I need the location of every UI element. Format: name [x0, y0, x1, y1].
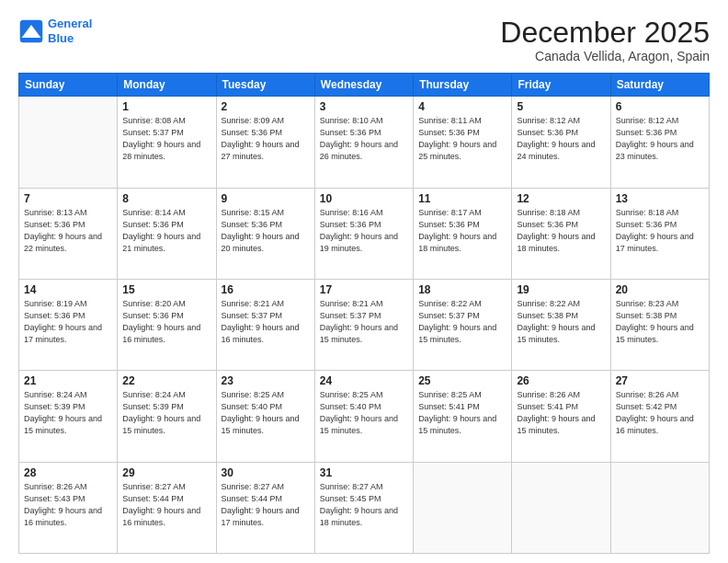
day-info: Sunrise: 8:22 AM Sunset: 5:38 PM Dayligh…: [517, 298, 605, 346]
day-number: 29: [122, 466, 210, 479]
day-number: 1: [122, 100, 210, 113]
calendar-cell: 20Sunrise: 8:23 AM Sunset: 5:38 PM Dayli…: [610, 279, 709, 370]
calendar-cell: 24Sunrise: 8:25 AM Sunset: 5:40 PM Dayli…: [314, 371, 413, 462]
calendar-week-row: 28Sunrise: 8:26 AM Sunset: 5:43 PM Dayli…: [19, 462, 710, 553]
day-number: 13: [616, 192, 704, 205]
calendar-week-row: 14Sunrise: 8:19 AM Sunset: 5:36 PM Dayli…: [19, 279, 710, 370]
day-number: 7: [24, 192, 112, 205]
day-info: Sunrise: 8:27 AM Sunset: 5:44 PM Dayligh…: [222, 481, 310, 529]
day-number: 18: [418, 283, 506, 296]
calendar-cell: 29Sunrise: 8:27 AM Sunset: 5:44 PM Dayli…: [118, 462, 216, 553]
calendar-cell: 31Sunrise: 8:27 AM Sunset: 5:45 PM Dayli…: [314, 462, 413, 553]
day-number: 4: [418, 100, 506, 113]
day-number: 28: [24, 466, 112, 479]
calendar-cell: 3Sunrise: 8:10 AM Sunset: 5:36 PM Daylig…: [314, 97, 413, 188]
calendar-cell: 1Sunrise: 8:08 AM Sunset: 5:37 PM Daylig…: [118, 97, 216, 188]
day-info: Sunrise: 8:23 AM Sunset: 5:38 PM Dayligh…: [616, 298, 704, 346]
day-info: Sunrise: 8:14 AM Sunset: 5:36 PM Dayligh…: [122, 207, 210, 255]
calendar-cell: 15Sunrise: 8:20 AM Sunset: 5:36 PM Dayli…: [118, 279, 216, 370]
day-info: Sunrise: 8:20 AM Sunset: 5:36 PM Dayligh…: [122, 298, 210, 346]
day-info: Sunrise: 8:27 AM Sunset: 5:45 PM Dayligh…: [320, 481, 408, 529]
day-number: 27: [616, 374, 704, 387]
day-number: 19: [517, 283, 605, 296]
day-info: Sunrise: 8:24 AM Sunset: 5:39 PM Dayligh…: [122, 389, 210, 437]
month-title: December 2025: [500, 17, 710, 49]
day-number: 6: [616, 100, 704, 113]
calendar-cell: 22Sunrise: 8:24 AM Sunset: 5:39 PM Dayli…: [118, 371, 216, 462]
day-info: Sunrise: 8:10 AM Sunset: 5:36 PM Dayligh…: [320, 115, 408, 163]
day-info: Sunrise: 8:18 AM Sunset: 5:36 PM Dayligh…: [517, 207, 605, 255]
day-info: Sunrise: 8:25 AM Sunset: 5:40 PM Dayligh…: [320, 389, 408, 437]
day-info: Sunrise: 8:21 AM Sunset: 5:37 PM Dayligh…: [320, 298, 408, 346]
weekday-header: Saturday: [610, 74, 709, 97]
logo: General Blue: [18, 17, 92, 45]
day-number: 31: [320, 466, 408, 479]
calendar-cell: 5Sunrise: 8:12 AM Sunset: 5:36 PM Daylig…: [512, 97, 610, 188]
logo-icon: [18, 18, 44, 44]
page: General Blue December 2025 Canada Vellid…: [0, 0, 728, 563]
calendar-cell: 18Sunrise: 8:22 AM Sunset: 5:37 PM Dayli…: [414, 279, 512, 370]
weekday-header: Sunday: [19, 74, 118, 97]
day-info: Sunrise: 8:21 AM Sunset: 5:37 PM Dayligh…: [222, 298, 310, 346]
calendar-cell: 10Sunrise: 8:16 AM Sunset: 5:36 PM Dayli…: [314, 188, 413, 279]
calendar-cell: 13Sunrise: 8:18 AM Sunset: 5:36 PM Dayli…: [610, 188, 709, 279]
day-info: Sunrise: 8:26 AM Sunset: 5:42 PM Dayligh…: [616, 389, 704, 437]
calendar-cell: 25Sunrise: 8:25 AM Sunset: 5:41 PM Dayli…: [414, 371, 512, 462]
calendar-cell: 19Sunrise: 8:22 AM Sunset: 5:38 PM Dayli…: [512, 279, 610, 370]
calendar-cell: [610, 462, 709, 553]
calendar-week-row: 21Sunrise: 8:24 AM Sunset: 5:39 PM Dayli…: [19, 371, 710, 462]
day-info: Sunrise: 8:16 AM Sunset: 5:36 PM Dayligh…: [320, 207, 408, 255]
day-number: 22: [122, 374, 210, 387]
day-number: 14: [24, 283, 112, 296]
day-info: Sunrise: 8:12 AM Sunset: 5:36 PM Dayligh…: [517, 115, 605, 163]
calendar-cell: [414, 462, 512, 553]
calendar-cell: 12Sunrise: 8:18 AM Sunset: 5:36 PM Dayli…: [512, 188, 610, 279]
calendar-week-row: 7Sunrise: 8:13 AM Sunset: 5:36 PM Daylig…: [19, 188, 710, 279]
day-info: Sunrise: 8:27 AM Sunset: 5:44 PM Dayligh…: [122, 481, 210, 529]
calendar-week-row: 1Sunrise: 8:08 AM Sunset: 5:37 PM Daylig…: [19, 97, 710, 188]
calendar-cell: 2Sunrise: 8:09 AM Sunset: 5:36 PM Daylig…: [216, 97, 314, 188]
calendar-cell: 16Sunrise: 8:21 AM Sunset: 5:37 PM Dayli…: [216, 279, 314, 370]
calendar-cell: 21Sunrise: 8:24 AM Sunset: 5:39 PM Dayli…: [19, 371, 118, 462]
logo-line1: General: [48, 17, 92, 30]
day-info: Sunrise: 8:15 AM Sunset: 5:36 PM Dayligh…: [222, 207, 310, 255]
day-number: 9: [222, 192, 310, 205]
day-number: 12: [517, 192, 605, 205]
weekday-header: Friday: [512, 74, 610, 97]
calendar-cell: 28Sunrise: 8:26 AM Sunset: 5:43 PM Dayli…: [19, 462, 118, 553]
calendar-cell: 23Sunrise: 8:25 AM Sunset: 5:40 PM Dayli…: [216, 371, 314, 462]
day-info: Sunrise: 8:19 AM Sunset: 5:36 PM Dayligh…: [24, 298, 112, 346]
day-number: 10: [320, 192, 408, 205]
day-number: 5: [517, 100, 605, 113]
weekday-header: Thursday: [414, 74, 512, 97]
calendar-header-row: SundayMondayTuesdayWednesdayThursdayFrid…: [19, 74, 710, 97]
calendar-table: SundayMondayTuesdayWednesdayThursdayFrid…: [18, 73, 710, 554]
calendar-cell: 27Sunrise: 8:26 AM Sunset: 5:42 PM Dayli…: [610, 371, 709, 462]
calendar-cell: 7Sunrise: 8:13 AM Sunset: 5:36 PM Daylig…: [19, 188, 118, 279]
day-info: Sunrise: 8:17 AM Sunset: 5:36 PM Dayligh…: [418, 207, 506, 255]
day-info: Sunrise: 8:13 AM Sunset: 5:36 PM Dayligh…: [24, 207, 112, 255]
weekday-header: Tuesday: [216, 74, 314, 97]
weekday-header: Monday: [118, 74, 216, 97]
day-number: 8: [122, 192, 210, 205]
calendar-cell: 4Sunrise: 8:11 AM Sunset: 5:36 PM Daylig…: [414, 97, 512, 188]
logo-line2: Blue: [48, 31, 74, 45]
day-number: 15: [122, 283, 210, 296]
day-number: 11: [418, 192, 506, 205]
day-info: Sunrise: 8:26 AM Sunset: 5:43 PM Dayligh…: [24, 481, 112, 529]
calendar-cell: [512, 462, 610, 553]
calendar-cell: 26Sunrise: 8:26 AM Sunset: 5:41 PM Dayli…: [512, 371, 610, 462]
day-number: 20: [616, 283, 704, 296]
day-number: 24: [320, 374, 408, 387]
day-info: Sunrise: 8:11 AM Sunset: 5:36 PM Dayligh…: [418, 115, 506, 163]
day-number: 26: [517, 374, 605, 387]
day-info: Sunrise: 8:18 AM Sunset: 5:36 PM Dayligh…: [616, 207, 704, 255]
day-info: Sunrise: 8:22 AM Sunset: 5:37 PM Dayligh…: [418, 298, 506, 346]
subtitle: Canada Vellida, Aragon, Spain: [500, 49, 710, 63]
title-block: December 2025 Canada Vellida, Aragon, Sp…: [500, 17, 710, 63]
day-number: 3: [320, 100, 408, 113]
calendar-cell: 6Sunrise: 8:12 AM Sunset: 5:36 PM Daylig…: [610, 97, 709, 188]
calendar-cell: 30Sunrise: 8:27 AM Sunset: 5:44 PM Dayli…: [216, 462, 314, 553]
header: General Blue December 2025 Canada Vellid…: [18, 17, 710, 63]
day-number: 21: [24, 374, 112, 387]
